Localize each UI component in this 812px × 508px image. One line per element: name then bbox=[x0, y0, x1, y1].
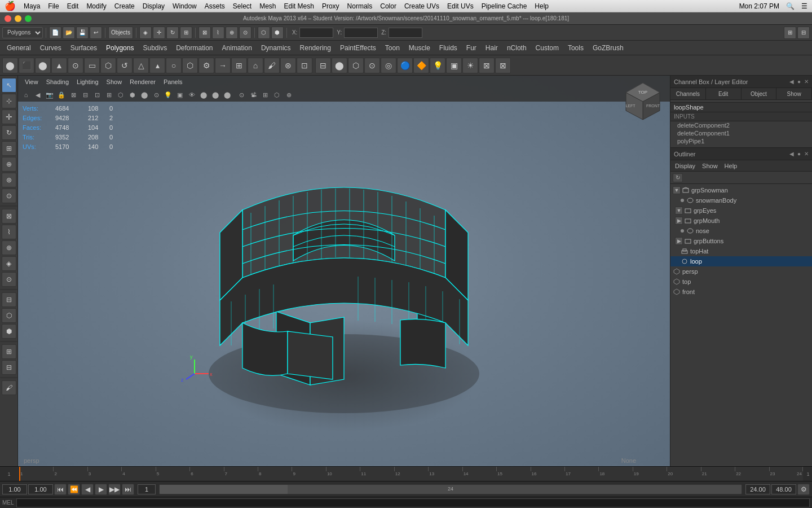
icon-paint[interactable]: 🖌 bbox=[264, 58, 280, 73]
x-field[interactable] bbox=[299, 28, 333, 38]
module-subdivs[interactable]: Subdivs bbox=[138, 42, 171, 54]
open-btn[interactable]: 📂 bbox=[63, 27, 75, 39]
icon-smooth-shade[interactable]: 🔵 bbox=[397, 58, 413, 73]
vp-tool-render2[interactable]: ⬡ bbox=[271, 90, 283, 100]
playback-start[interactable] bbox=[2, 484, 27, 494]
ol-item-persp[interactable]: persp bbox=[670, 266, 812, 277]
module-toon[interactable]: Toon bbox=[381, 42, 404, 54]
objects-btn[interactable]: Objects bbox=[108, 27, 133, 39]
play-next-frame-btn[interactable]: ▶▶ bbox=[108, 484, 121, 495]
select-tool-btn[interactable]: ◈ bbox=[139, 27, 152, 39]
snap-point-left[interactable]: ⊕ bbox=[2, 240, 16, 255]
vp-tool-extra[interactable]: ⊕ bbox=[283, 90, 294, 100]
icon-plane[interactable]: ▭ bbox=[84, 58, 100, 73]
cb-input-delete1[interactable]: deleteComponent1 bbox=[670, 129, 812, 137]
icon-lights[interactable]: 💡 bbox=[430, 58, 445, 73]
snap-point-btn[interactable]: ⊕ bbox=[226, 27, 238, 39]
ipr-left[interactable]: ⬢ bbox=[2, 324, 16, 339]
menu-edit-uvs[interactable]: Edit UVs bbox=[447, 2, 474, 10]
minimize-button[interactable] bbox=[15, 15, 21, 22]
module-curves[interactable]: Curves bbox=[36, 42, 66, 54]
icon-soft[interactable]: ⊛ bbox=[280, 58, 296, 73]
menu-assets[interactable]: Assets bbox=[205, 2, 225, 10]
icon-isolate[interactable]: ◎ bbox=[381, 58, 396, 73]
icon-disk[interactable]: ⬡ bbox=[100, 58, 116, 73]
ol-item-topHat[interactable]: topHat bbox=[670, 246, 812, 256]
module-rendering[interactable]: Rendering bbox=[295, 42, 336, 54]
menu-proxy[interactable]: Proxy bbox=[322, 2, 339, 10]
module-fluids[interactable]: Fluids bbox=[435, 42, 462, 54]
close-button[interactable] bbox=[5, 15, 11, 22]
ol-item-grpEyes[interactable]: ▼ grpEyes bbox=[670, 205, 812, 216]
ol-toggle-grpSnowman[interactable]: ▼ bbox=[673, 186, 681, 194]
cb-tab-object[interactable]: Object bbox=[742, 88, 777, 99]
viewport[interactable]: View Shading Lighting Show Renderer Pane… bbox=[18, 76, 670, 466]
menu-mesh[interactable]: Mesh bbox=[259, 2, 276, 10]
more-options-btn[interactable]: ⊞ bbox=[784, 27, 796, 39]
play-start-btn[interactable]: ⏮ bbox=[54, 484, 67, 495]
show-manip-left[interactable]: ⊙ bbox=[2, 189, 16, 203]
module-dynamics[interactable]: Dynamics bbox=[257, 42, 295, 54]
menu-pipeline-cache[interactable]: Pipeline Cache bbox=[482, 2, 527, 10]
ol-toggle-grpEyes[interactable]: ▼ bbox=[675, 207, 683, 214]
menubar-more[interactable]: ☰ bbox=[801, 2, 807, 10]
vp-tool-home[interactable]: ⌂ bbox=[20, 90, 32, 100]
menu-color[interactable]: Color bbox=[380, 2, 396, 10]
icon-checker[interactable]: ⊠ bbox=[479, 58, 495, 73]
icon-shadow[interactable]: ▣ bbox=[446, 58, 462, 73]
icon-arrow[interactable]: → bbox=[215, 58, 231, 73]
select-tool-left[interactable]: ↖ bbox=[2, 78, 16, 93]
ol-menu-help[interactable]: Help bbox=[722, 163, 740, 169]
vp-tool-cam[interactable]: 📷 bbox=[44, 90, 55, 100]
vp-tool-tex[interactable]: ⊙ bbox=[151, 90, 162, 100]
apple-menu[interactable]: 🍎 bbox=[5, 1, 16, 11]
play-end-btn[interactable]: ⏭ bbox=[122, 484, 134, 495]
ol-item-grpButtons[interactable]: ▶ grpButtons bbox=[670, 236, 812, 246]
cb-tab-channels[interactable]: Channels bbox=[670, 88, 706, 99]
vp-tool-quad[interactable]: ⊞ bbox=[259, 90, 271, 100]
scale-tool-left[interactable]: ⊞ bbox=[2, 141, 16, 156]
new-scene-btn[interactable]: 📄 bbox=[49, 27, 61, 39]
icon-cube[interactable]: ⬛ bbox=[19, 58, 34, 73]
menu-normals[interactable]: Normals bbox=[347, 2, 373, 10]
icon-cylinder[interactable]: ⬤ bbox=[35, 58, 51, 73]
vp-tool-col1[interactable]: ⬤ bbox=[198, 90, 209, 100]
module-muscle[interactable]: Muscle bbox=[404, 42, 435, 54]
lasso-tool-left[interactable]: ⊹ bbox=[2, 94, 16, 108]
menubar-search[interactable]: 🔍 bbox=[786, 2, 795, 10]
vp-menu-view[interactable]: View bbox=[21, 77, 42, 87]
rotate-tool-left[interactable]: ↻ bbox=[2, 125, 16, 140]
menu-create[interactable]: Create bbox=[114, 2, 135, 10]
icon-pyramid[interactable]: ▴ bbox=[149, 58, 165, 73]
ol-menu-show[interactable]: Show bbox=[700, 163, 720, 169]
vp-tool-sq2[interactable]: ⊟ bbox=[80, 90, 91, 100]
cb-ctrl2[interactable]: ● bbox=[797, 78, 801, 85]
snap-curve-left[interactable]: ⌇ bbox=[2, 225, 16, 239]
timeline-ruler[interactable]: 1 2 3 4 5 6 7 8 9 10 11 12 13 1 bbox=[19, 467, 803, 481]
current-frame-input[interactable] bbox=[138, 484, 156, 494]
snap-surface-btn[interactable]: ⊙ bbox=[239, 27, 251, 39]
module-general[interactable]: General bbox=[2, 42, 36, 54]
ol-ctrl2[interactable]: ● bbox=[797, 151, 801, 157]
vp-menu-panels[interactable]: Panels bbox=[160, 77, 186, 87]
icon-gear[interactable]: ⚙ bbox=[198, 58, 214, 73]
module-surfaces[interactable]: Surfaces bbox=[66, 42, 102, 54]
vp-tool-shade[interactable]: ⬤ bbox=[139, 90, 150, 100]
render-btn[interactable]: ⬡ bbox=[258, 27, 270, 39]
vp-tool-sq1[interactable]: ⊠ bbox=[68, 90, 79, 100]
ol-item-nose[interactable]: nose bbox=[670, 226, 812, 236]
module-ncloth[interactable]: nCloth bbox=[502, 42, 531, 54]
ol-toggle-grpButtons[interactable]: ▶ bbox=[675, 237, 683, 245]
ol-item-front[interactable]: front bbox=[670, 287, 812, 297]
play-fwd-btn[interactable]: ▶ bbox=[95, 484, 107, 495]
ol-item-top[interactable]: top bbox=[670, 277, 812, 287]
vp-tool-cam2[interactable]: 📽 bbox=[248, 90, 259, 100]
ol-item-grpMouth[interactable]: ▶ grpMouth bbox=[670, 216, 812, 226]
snap-live-left[interactable]: ⊙ bbox=[2, 272, 16, 287]
icon-prism[interactable]: △ bbox=[133, 58, 149, 73]
module-fur[interactable]: Fur bbox=[462, 42, 481, 54]
mel-input[interactable] bbox=[16, 498, 810, 507]
menu-file[interactable]: File bbox=[48, 2, 59, 10]
menu-create-uvs[interactable]: Create UVs bbox=[404, 2, 439, 10]
universal-manip-left[interactable]: ⊕ bbox=[2, 157, 16, 172]
